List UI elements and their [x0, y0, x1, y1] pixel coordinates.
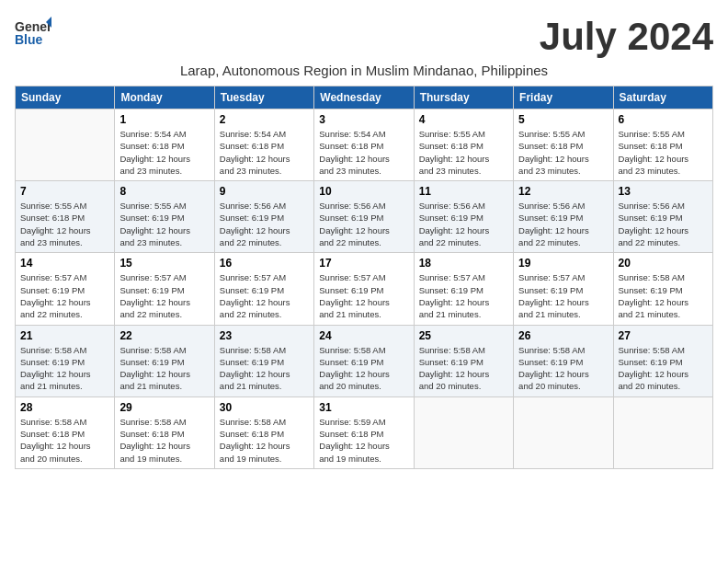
- calendar-cell: 20Sunrise: 5:58 AM Sunset: 6:19 PM Dayli…: [613, 253, 712, 325]
- calendar-week-5: 28Sunrise: 5:58 AM Sunset: 6:18 PM Dayli…: [16, 396, 713, 468]
- calendar-cell: 5Sunrise: 5:55 AM Sunset: 6:18 PM Daylig…: [514, 109, 613, 181]
- calendar-cell: 21Sunrise: 5:58 AM Sunset: 6:19 PM Dayli…: [16, 325, 115, 396]
- day-info: Sunrise: 5:56 AM Sunset: 6:19 PM Dayligh…: [319, 200, 408, 248]
- calendar-cell: 9Sunrise: 5:56 AM Sunset: 6:19 PM Daylig…: [214, 181, 313, 253]
- day-info: Sunrise: 5:57 AM Sunset: 6:19 PM Dayligh…: [20, 271, 109, 320]
- day-info: Sunrise: 5:57 AM Sunset: 6:19 PM Dayligh…: [518, 271, 608, 320]
- day-number: 31: [319, 401, 408, 414]
- calendar-cell: 25Sunrise: 5:58 AM Sunset: 6:19 PM Dayli…: [414, 325, 513, 396]
- calendar-cell: [16, 109, 115, 181]
- day-info: Sunrise: 5:59 AM Sunset: 6:18 PM Dayligh…: [319, 416, 408, 465]
- calendar-cell: 14Sunrise: 5:57 AM Sunset: 6:19 PM Dayli…: [16, 253, 115, 325]
- day-info: Sunrise: 5:55 AM Sunset: 6:18 PM Dayligh…: [619, 128, 708, 177]
- day-number: 30: [220, 401, 309, 414]
- calendar-header-row: SundayMondayTuesdayWednesdayThursdayFrid…: [16, 86, 713, 109]
- logo: General Blue: [15, 15, 51, 52]
- col-header-monday: Monday: [115, 86, 214, 109]
- day-number: 9: [220, 185, 309, 198]
- day-info: Sunrise: 5:58 AM Sunset: 6:18 PM Dayligh…: [220, 416, 309, 465]
- day-number: 12: [518, 185, 608, 198]
- col-header-friday: Friday: [514, 86, 613, 109]
- calendar-cell: 16Sunrise: 5:57 AM Sunset: 6:19 PM Dayli…: [214, 253, 313, 325]
- day-number: 20: [619, 257, 708, 270]
- day-info: Sunrise: 5:57 AM Sunset: 6:19 PM Dayligh…: [220, 271, 309, 320]
- day-number: 3: [319, 113, 408, 126]
- svg-text:Blue: Blue: [15, 32, 43, 47]
- calendar-cell: 13Sunrise: 5:56 AM Sunset: 6:19 PM Dayli…: [613, 181, 712, 253]
- day-info: Sunrise: 5:58 AM Sunset: 6:19 PM Dayligh…: [220, 344, 309, 393]
- calendar-cell: 28Sunrise: 5:58 AM Sunset: 6:18 PM Dayli…: [16, 396, 115, 468]
- calendar-cell: 15Sunrise: 5:57 AM Sunset: 6:19 PM Dayli…: [115, 253, 214, 325]
- day-info: Sunrise: 5:55 AM Sunset: 6:19 PM Dayligh…: [119, 200, 209, 248]
- day-number: 11: [419, 185, 508, 198]
- col-header-saturday: Saturday: [613, 86, 712, 109]
- day-number: 6: [619, 113, 708, 126]
- calendar-week-1: 1Sunrise: 5:54 AM Sunset: 6:18 PM Daylig…: [16, 109, 713, 181]
- col-header-wednesday: Wednesday: [314, 86, 414, 109]
- calendar-cell: 4Sunrise: 5:55 AM Sunset: 6:18 PM Daylig…: [414, 109, 513, 181]
- calendar-cell: 12Sunrise: 5:56 AM Sunset: 6:19 PM Dayli…: [514, 181, 613, 253]
- day-info: Sunrise: 5:57 AM Sunset: 6:19 PM Dayligh…: [419, 271, 508, 320]
- day-info: Sunrise: 5:55 AM Sunset: 6:18 PM Dayligh…: [518, 128, 608, 177]
- page-header: General Blue July 2024: [15, 15, 713, 59]
- day-number: 15: [119, 257, 209, 270]
- day-number: 1: [119, 113, 209, 126]
- day-number: 8: [119, 185, 209, 198]
- calendar-cell: 22Sunrise: 5:58 AM Sunset: 6:19 PM Dayli…: [115, 325, 214, 396]
- calendar-cell: 10Sunrise: 5:56 AM Sunset: 6:19 PM Dayli…: [314, 181, 414, 253]
- day-info: Sunrise: 5:58 AM Sunset: 6:19 PM Dayligh…: [518, 344, 608, 393]
- calendar-body: 1Sunrise: 5:54 AM Sunset: 6:18 PM Daylig…: [16, 109, 713, 469]
- calendar-cell: [613, 396, 712, 468]
- calendar-cell: 19Sunrise: 5:57 AM Sunset: 6:19 PM Dayli…: [514, 253, 613, 325]
- day-info: Sunrise: 5:58 AM Sunset: 6:19 PM Dayligh…: [619, 344, 708, 393]
- day-info: Sunrise: 5:54 AM Sunset: 6:18 PM Dayligh…: [319, 128, 408, 177]
- calendar-cell: 7Sunrise: 5:55 AM Sunset: 6:18 PM Daylig…: [16, 181, 115, 253]
- calendar-cell: 29Sunrise: 5:58 AM Sunset: 6:18 PM Dayli…: [115, 396, 214, 468]
- day-number: 24: [319, 329, 408, 342]
- day-info: Sunrise: 5:55 AM Sunset: 6:18 PM Dayligh…: [20, 200, 109, 248]
- day-info: Sunrise: 5:56 AM Sunset: 6:19 PM Dayligh…: [220, 200, 309, 248]
- day-number: 13: [619, 185, 708, 198]
- calendar-cell: 30Sunrise: 5:58 AM Sunset: 6:18 PM Dayli…: [214, 396, 313, 468]
- day-number: 26: [518, 329, 608, 342]
- calendar-cell: 6Sunrise: 5:55 AM Sunset: 6:18 PM Daylig…: [613, 109, 712, 181]
- calendar-cell: 2Sunrise: 5:54 AM Sunset: 6:18 PM Daylig…: [214, 109, 313, 181]
- day-number: 25: [419, 329, 508, 342]
- day-info: Sunrise: 5:58 AM Sunset: 6:19 PM Dayligh…: [419, 344, 508, 393]
- calendar-cell: 18Sunrise: 5:57 AM Sunset: 6:19 PM Dayli…: [414, 253, 513, 325]
- day-info: Sunrise: 5:58 AM Sunset: 6:19 PM Dayligh…: [619, 271, 708, 320]
- calendar-week-3: 14Sunrise: 5:57 AM Sunset: 6:19 PM Dayli…: [16, 253, 713, 325]
- calendar-cell: 24Sunrise: 5:58 AM Sunset: 6:19 PM Dayli…: [314, 325, 414, 396]
- day-number: 21: [20, 329, 109, 342]
- calendar-table: SundayMondayTuesdayWednesdayThursdayFrid…: [15, 86, 713, 469]
- day-number: 23: [220, 329, 309, 342]
- day-info: Sunrise: 5:54 AM Sunset: 6:18 PM Dayligh…: [220, 128, 309, 177]
- calendar-cell: 1Sunrise: 5:54 AM Sunset: 6:18 PM Daylig…: [115, 109, 214, 181]
- col-header-thursday: Thursday: [414, 86, 513, 109]
- calendar-subtitle: Larap, Autonomous Region in Muslim Minda…: [15, 63, 713, 78]
- calendar-cell: 11Sunrise: 5:56 AM Sunset: 6:19 PM Dayli…: [414, 181, 513, 253]
- day-number: 18: [419, 257, 508, 270]
- logo-icon: General Blue: [15, 15, 51, 52]
- calendar-cell: 26Sunrise: 5:58 AM Sunset: 6:19 PM Dayli…: [514, 325, 613, 396]
- calendar-week-2: 7Sunrise: 5:55 AM Sunset: 6:18 PM Daylig…: [16, 181, 713, 253]
- day-number: 28: [20, 401, 109, 414]
- day-info: Sunrise: 5:58 AM Sunset: 6:18 PM Dayligh…: [119, 416, 209, 465]
- day-number: 27: [619, 329, 708, 342]
- day-number: 29: [119, 401, 209, 414]
- calendar-week-4: 21Sunrise: 5:58 AM Sunset: 6:19 PM Dayli…: [16, 325, 713, 396]
- col-header-sunday: Sunday: [16, 86, 115, 109]
- day-number: 2: [220, 113, 309, 126]
- calendar-cell: 3Sunrise: 5:54 AM Sunset: 6:18 PM Daylig…: [314, 109, 414, 181]
- day-info: Sunrise: 5:56 AM Sunset: 6:19 PM Dayligh…: [619, 200, 708, 248]
- calendar-cell: 23Sunrise: 5:58 AM Sunset: 6:19 PM Dayli…: [214, 325, 313, 396]
- day-number: 4: [419, 113, 508, 126]
- calendar-cell: 27Sunrise: 5:58 AM Sunset: 6:19 PM Dayli…: [613, 325, 712, 396]
- calendar-cell: 31Sunrise: 5:59 AM Sunset: 6:18 PM Dayli…: [314, 396, 414, 468]
- day-number: 22: [119, 329, 209, 342]
- day-info: Sunrise: 5:58 AM Sunset: 6:18 PM Dayligh…: [20, 416, 109, 465]
- col-header-tuesday: Tuesday: [214, 86, 313, 109]
- day-number: 19: [518, 257, 608, 270]
- day-info: Sunrise: 5:56 AM Sunset: 6:19 PM Dayligh…: [419, 200, 508, 248]
- day-info: Sunrise: 5:58 AM Sunset: 6:19 PM Dayligh…: [20, 344, 109, 393]
